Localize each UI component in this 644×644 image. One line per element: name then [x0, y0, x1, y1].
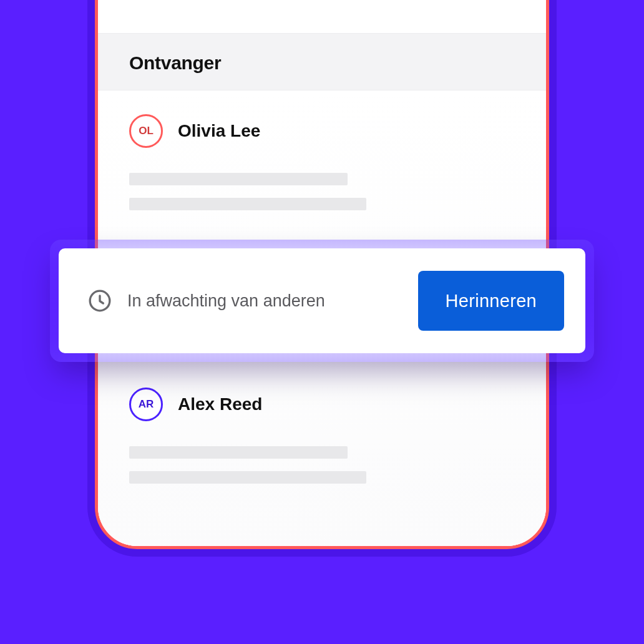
avatar: AR [129, 388, 163, 421]
recipient-header: OL Olivia Lee [129, 114, 515, 148]
status-card: In afwachting van anderen Herinneren [59, 248, 585, 353]
placeholder-line [129, 446, 348, 459]
recipients-section-header: Ontvanger [98, 33, 546, 90]
list-item: AR Alex Reed [129, 388, 515, 484]
placeholder-line [129, 471, 366, 484]
remind-button[interactable]: Herinneren [418, 271, 564, 331]
recipient-header: AR Alex Reed [129, 388, 515, 421]
avatar-initials: OL [139, 125, 154, 137]
section-title: Ontvanger [129, 52, 515, 74]
placeholder-line [129, 173, 348, 185]
recipient-name: Olivia Lee [178, 121, 260, 141]
list-item: OL Olivia Lee [129, 114, 515, 210]
placeholder-lines [129, 446, 515, 484]
placeholder-lines [129, 173, 515, 210]
placeholder-line [129, 198, 366, 210]
clock-icon [87, 288, 112, 313]
recipient-name: Alex Reed [178, 394, 262, 414]
status-text: In afwachting van anderen [127, 291, 403, 311]
top-spacer [98, 0, 546, 33]
status-card-glow: In afwachting van anderen Herinneren [50, 240, 594, 362]
avatar: OL [129, 114, 163, 148]
avatar-initials: AR [139, 398, 154, 411]
